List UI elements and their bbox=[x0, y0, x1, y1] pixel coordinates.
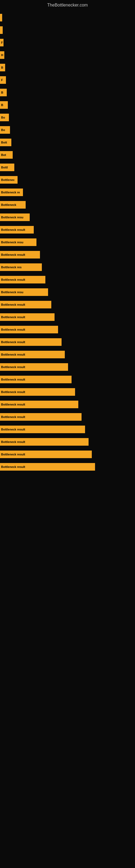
bar-label-11: Bott bbox=[1, 141, 7, 144]
bar-row: Bottleneck result bbox=[0, 411, 135, 423]
bottleneck-bar-30: Bottleneck result bbox=[0, 376, 72, 383]
bottleneck-bar-20: Bottleneck result bbox=[0, 251, 40, 258]
bar-row bbox=[0, 12, 135, 24]
bar-label-24: Bottleneck result bbox=[1, 303, 25, 306]
bottleneck-bar-26: Bottleneck result bbox=[0, 326, 58, 333]
bar-label-5: B bbox=[1, 66, 3, 69]
bar-row: Bottleneck result bbox=[0, 361, 135, 373]
bar-label-8: B bbox=[1, 103, 3, 106]
bar-row: Bot bbox=[0, 149, 135, 161]
bottleneck-bar-25: Bottleneck result bbox=[0, 313, 54, 321]
bar-row: Bott bbox=[0, 136, 135, 148]
bar-label-35: Bottleneck result bbox=[1, 440, 25, 443]
bottleneck-bar-14: Bottlenec bbox=[0, 176, 17, 184]
bottleneck-bar-7: B bbox=[0, 89, 7, 96]
bar-label-27: Bottleneck result bbox=[1, 340, 25, 344]
bar-row: F bbox=[0, 74, 135, 86]
bar-row: Bottleneck resu bbox=[0, 286, 135, 298]
bar-label-18: Bottleneck result bbox=[1, 228, 25, 231]
bar-label-16: Bottleneck bbox=[1, 203, 16, 207]
bottleneck-bar-18: Bottleneck result bbox=[0, 226, 34, 234]
bottleneck-bar-21: Bottleneck res bbox=[0, 264, 42, 271]
bar-row: Bottleneck res bbox=[0, 261, 135, 273]
bottleneck-bar-4: H bbox=[0, 51, 4, 59]
bar-row: Bottleneck result bbox=[0, 373, 135, 385]
bottleneck-bar-23: Bottleneck resu bbox=[0, 288, 48, 296]
bar-label-17: Bottleneck resu bbox=[1, 216, 24, 219]
bar-label-9: Bo bbox=[1, 116, 5, 119]
bar-label-25: Bottleneck result bbox=[1, 315, 25, 319]
bottleneck-bar-32: Bottleneck result bbox=[0, 401, 78, 408]
bar-label-34: Bottleneck result bbox=[1, 428, 25, 431]
bottleneck-bar-19: Bottleneck resu bbox=[0, 239, 37, 246]
bar-label-10: Bo bbox=[1, 128, 5, 131]
bar-row: Bottleneck bbox=[0, 199, 135, 211]
bar-label-13: Bottl bbox=[1, 166, 8, 169]
bar-label-36: Bottleneck result bbox=[1, 453, 25, 456]
bar-row: Bottleneck result bbox=[0, 386, 135, 398]
bottleneck-bar-12: Bot bbox=[0, 151, 13, 159]
bar-label-12: Bot bbox=[1, 153, 6, 156]
bar-row: Bottleneck resu bbox=[0, 211, 135, 223]
bottleneck-bar-35: Bottleneck result bbox=[0, 438, 89, 446]
bottleneck-bar-29: Bottleneck result bbox=[0, 363, 68, 371]
bar-label-23: Bottleneck resu bbox=[1, 290, 24, 294]
bar-row: Bo bbox=[0, 124, 135, 136]
bottleneck-bar-2 bbox=[0, 26, 3, 34]
bar-label-32: Bottleneck result bbox=[1, 403, 25, 406]
bottleneck-bar-33: Bottleneck result bbox=[0, 413, 82, 421]
bar-row: Bottleneck result bbox=[0, 224, 135, 236]
bar-row: H bbox=[0, 49, 135, 61]
bar-row: Bottl bbox=[0, 161, 135, 173]
bar-row: Bottlenec bbox=[0, 174, 135, 186]
bottleneck-bar-31: Bottleneck result bbox=[0, 388, 75, 396]
bar-label-6: F bbox=[1, 79, 3, 82]
bar-label-19: Bottleneck resu bbox=[1, 241, 24, 244]
bottleneck-bar-22: Bottleneck result bbox=[0, 276, 45, 283]
bar-label-33: Bottleneck result bbox=[1, 415, 25, 418]
bar-row: Bottleneck resu bbox=[0, 236, 135, 248]
bottleneck-bar-10: Bo bbox=[0, 126, 10, 134]
bar-row: Bottleneck result bbox=[0, 448, 135, 460]
bar-label-20: Bottleneck result bbox=[1, 253, 25, 256]
bar-label-29: Bottleneck result bbox=[1, 365, 25, 369]
bar-label-21: Bottleneck res bbox=[1, 266, 21, 269]
bottleneck-bar-27: Bottleneck result bbox=[0, 338, 61, 346]
bar-label-7: B bbox=[1, 91, 3, 94]
bar-row: B bbox=[0, 62, 135, 73]
bar-row: B bbox=[0, 87, 135, 98]
bar-row: Bottleneck result bbox=[0, 399, 135, 410]
bottleneck-bar-36: Bottleneck result bbox=[0, 451, 92, 458]
bottleneck-bar-11: Bott bbox=[0, 138, 11, 146]
bar-row: Bottleneck result bbox=[0, 323, 135, 336]
bar-row: B bbox=[0, 99, 135, 111]
bar-row: Bottleneck result bbox=[0, 348, 135, 361]
bar-row: Bottleneck re bbox=[0, 186, 135, 198]
bottleneck-bar-9: Bo bbox=[0, 114, 9, 121]
bottleneck-bar-28: Bottleneck result bbox=[0, 351, 65, 358]
bottleneck-bar-15: Bottleneck re bbox=[0, 188, 23, 196]
bar-label-28: Bottleneck result bbox=[1, 353, 25, 356]
bar-row: Bottleneck result bbox=[0, 249, 135, 261]
bars-container: FHBFBBBoBoBottBotBottlBottlenecBottlenec… bbox=[0, 9, 135, 476]
bar-label-14: Bottlenec bbox=[1, 178, 14, 182]
bottleneck-bar-24: Bottleneck result bbox=[0, 301, 51, 308]
bar-row: Bo bbox=[0, 112, 135, 123]
bar-label-31: Bottleneck result bbox=[1, 390, 25, 394]
bottleneck-bar-16: Bottleneck bbox=[0, 201, 26, 209]
bottleneck-bar-34: Bottleneck result bbox=[0, 426, 85, 433]
bar-label-22: Bottleneck result bbox=[1, 278, 25, 281]
bar-row: Bottleneck result bbox=[0, 461, 135, 473]
bar-label-15: Bottleneck re bbox=[1, 191, 20, 194]
bar-row bbox=[0, 24, 135, 36]
bottleneck-bar-5: B bbox=[0, 64, 5, 71]
bar-row: Bottleneck result bbox=[0, 436, 135, 448]
bottleneck-bar-8: B bbox=[0, 101, 8, 109]
bar-label-4: H bbox=[1, 54, 3, 57]
bar-row: Bottleneck result bbox=[0, 336, 135, 348]
site-title: TheBottlenecker.com bbox=[0, 0, 135, 9]
bottleneck-bar-37: Bottleneck result bbox=[0, 463, 95, 471]
bar-row: Bottleneck result bbox=[0, 274, 135, 286]
bar-row: Bottleneck result bbox=[0, 299, 135, 311]
bar-row: Bottleneck result bbox=[0, 424, 135, 435]
